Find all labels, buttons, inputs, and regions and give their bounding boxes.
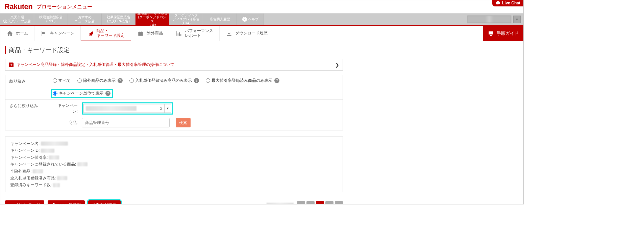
help-icon[interactable]: ? bbox=[274, 78, 279, 83]
download-icon bbox=[226, 30, 232, 37]
product-search-input[interactable] bbox=[82, 118, 170, 127]
download-icon bbox=[9, 203, 14, 204]
topnav-item-0[interactable]: 楽天市場 /楽天グループ広告 bbox=[0, 14, 34, 25]
radio-bid[interactable]: 入札単価登録済み商品のみ表示 ? bbox=[129, 78, 199, 83]
campaign-combobox[interactable]: x bbox=[83, 104, 165, 113]
page-first[interactable]: « bbox=[297, 201, 305, 204]
topnav-item-6[interactable]: 広告購入履歴 bbox=[203, 14, 237, 25]
header: Rakuten プロモーションメニュー Live Chat bbox=[0, 0, 523, 14]
filter-label-1: 絞り込み bbox=[5, 75, 49, 88]
pagination: « ‹ 1 › » bbox=[267, 201, 343, 204]
home-icon bbox=[6, 30, 13, 37]
product-label: 商品: bbox=[53, 120, 78, 126]
radio-all[interactable]: すべて bbox=[53, 78, 71, 83]
file-icon bbox=[52, 203, 56, 204]
chart-icon bbox=[175, 30, 182, 37]
user-caret-icon[interactable]: ▼ bbox=[513, 16, 521, 23]
campaign-info-box: キャンペーン名: キャンペーンID: キャンペーン値引率: キャンペーンに登録さ… bbox=[5, 137, 343, 192]
pagination-info-redacted bbox=[267, 203, 294, 204]
live-chat-button[interactable]: Live Chat bbox=[492, 0, 524, 6]
topnav-item-help[interactable]: ? ヘルプ bbox=[237, 14, 264, 25]
radio-campaign[interactable]: キャンペーン単位で表示 ? bbox=[53, 91, 110, 96]
topnav-user: ▼ bbox=[467, 14, 523, 25]
redacted bbox=[33, 169, 43, 173]
subnav-keyword[interactable]: 商品・ キーワード設定 bbox=[81, 26, 131, 41]
topnav-item-4[interactable]: 運用型クーポン広告 (クーポンアドバンス 広告) bbox=[135, 14, 169, 25]
help-icon[interactable]: ? bbox=[118, 78, 123, 83]
page-1[interactable]: 1 bbox=[316, 201, 324, 204]
logo: Rakuten bbox=[4, 2, 32, 11]
help-icon[interactable]: ? bbox=[194, 78, 199, 83]
radio-excluded[interactable]: 除外商品のみ表示 ? bbox=[77, 78, 123, 83]
page-prev[interactable]: ‹ bbox=[306, 201, 315, 204]
help-icon: ? bbox=[242, 17, 247, 22]
radio-bid-input[interactable] bbox=[129, 78, 134, 83]
accordion-instructions[interactable]: ＋ キャンペーン商品登録・除外商品設定・入札単価管理・最大値引率管理の操作につい… bbox=[5, 59, 343, 71]
combo-caret-icon[interactable]: ▼ bbox=[165, 104, 171, 113]
page-title: 商品・キーワード設定 bbox=[5, 46, 519, 54]
topnav-item-1[interactable]: 検索連動型広告 (RPP) bbox=[34, 14, 68, 25]
filter-panel: 絞り込み すべて 除外商品のみ表示 ? 入札単価登録済み商品のみ表示 ? bbox=[5, 75, 343, 130]
live-chat-label: Live Chat bbox=[502, 1, 520, 5]
accordion-label: キャンペーン商品登録・除外商品設定・入札単価管理・最大値引率管理の操作について bbox=[16, 62, 174, 68]
subnav-excluded[interactable]: 除外商品 bbox=[131, 26, 169, 41]
combo-clear-icon[interactable]: x bbox=[158, 106, 164, 111]
manual-product-button[interactable]: 手動商品設定 bbox=[88, 200, 121, 204]
redacted bbox=[49, 155, 59, 159]
top-nav: 楽天市場 /楽天グループ広告 検索連動型広告 (RPP) おすすめ ニュース広告… bbox=[0, 14, 523, 26]
redacted bbox=[41, 149, 54, 153]
campaign-label: キャンペーン: bbox=[53, 103, 78, 114]
highlight-radio-campaign: キャンペーン単位で表示 ? bbox=[51, 89, 113, 98]
help-icon[interactable]: ? bbox=[105, 91, 110, 96]
redacted bbox=[53, 183, 60, 187]
action-bar: ダウンロード csv一括管理 手動商品設定 « ‹ 1 › » bbox=[5, 200, 343, 204]
svg-point-0 bbox=[496, 1, 500, 4]
presentation-icon bbox=[488, 30, 494, 36]
topnav-item-2[interactable]: おすすめ ニュース広告 bbox=[68, 14, 102, 25]
briefcase-icon bbox=[137, 30, 144, 37]
search-button[interactable]: 検索 bbox=[176, 118, 191, 127]
radio-discount-input[interactable] bbox=[206, 78, 210, 83]
redacted bbox=[77, 162, 88, 166]
subnav-history[interactable]: ダウンロード履歴 bbox=[220, 26, 274, 41]
radio-discount[interactable]: 最大値引率登録済み商品のみ表示 ? bbox=[206, 78, 279, 83]
redacted bbox=[41, 142, 68, 146]
sub-nav: ホーム キャンペーン 商品・ キーワード設定 除外商品 パフォーマンス レポート… bbox=[0, 26, 523, 41]
guide-button[interactable]: 手順ガイド bbox=[483, 26, 523, 41]
radio-campaign-input[interactable] bbox=[53, 91, 57, 96]
rocket-icon bbox=[87, 30, 94, 37]
subnav-report[interactable]: パフォーマンス レポート bbox=[169, 26, 220, 41]
download-button[interactable]: ダウンロード bbox=[5, 200, 44, 204]
radio-all-input[interactable] bbox=[53, 78, 57, 83]
user-dropdown[interactable] bbox=[467, 16, 511, 23]
plus-icon: ＋ bbox=[9, 63, 14, 67]
combo-value-redacted bbox=[86, 106, 137, 111]
chat-icon bbox=[496, 1, 500, 5]
redacted bbox=[57, 176, 67, 180]
chevron-right-icon: ❯ bbox=[335, 62, 339, 68]
flag-icon bbox=[41, 30, 47, 37]
page-last[interactable]: » bbox=[335, 201, 343, 204]
radio-excluded-input[interactable] bbox=[77, 78, 82, 83]
page-next[interactable]: › bbox=[325, 201, 333, 204]
main: 商品・キーワード設定 ＋ キャンペーン商品登録・除外商品設定・入札単価管理・最大… bbox=[0, 41, 523, 204]
topnav-item-5[interactable]: ターゲティング ディスプレイ広告 (TDA) bbox=[169, 14, 203, 25]
subnav-home[interactable]: ホーム bbox=[0, 26, 34, 41]
csv-button[interactable]: csv一括管理 bbox=[48, 200, 85, 204]
highlight-campaign-combo: x ▼ bbox=[82, 102, 173, 115]
filter-label-2: さらに絞り込み bbox=[5, 100, 49, 112]
subnav-campaign[interactable]: キャンペーン bbox=[34, 26, 81, 41]
topnav-item-3[interactable]: 効果保証型広告 (楽天CPA広告) bbox=[102, 14, 135, 25]
header-title: プロモーションメニュー bbox=[36, 4, 92, 10]
